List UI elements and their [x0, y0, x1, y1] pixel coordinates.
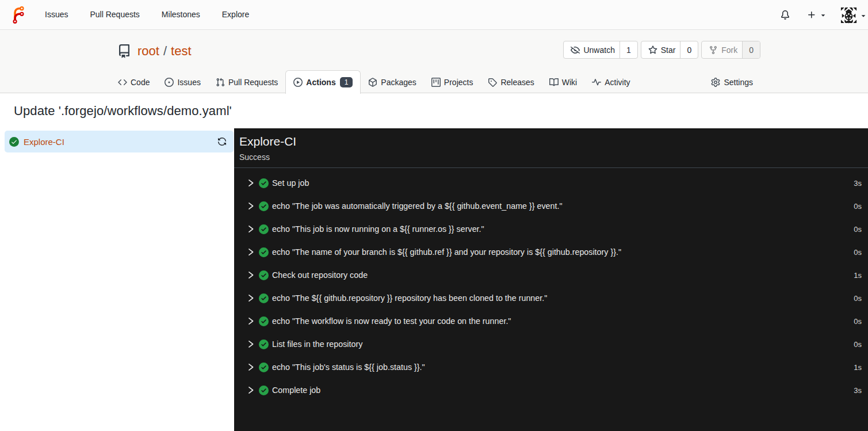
issue-opened-icon: [165, 78, 174, 87]
step-success-check-icon: [259, 293, 269, 303]
step-name: echo "The job was automatically triggere…: [272, 201, 563, 211]
step-row[interactable]: Complete job 3s: [234, 379, 868, 402]
tab-code[interactable]: Code: [110, 70, 157, 94]
step-name: List files in the repository: [272, 340, 362, 349]
step-row[interactable]: echo "This job's status is ${{ job.statu…: [234, 356, 868, 379]
step-row[interactable]: Set up job 3s: [234, 171, 868, 194]
step-duration: 1s: [854, 271, 862, 280]
eye-slash-icon: [571, 45, 580, 55]
star-icon: [648, 45, 657, 55]
watchers-count[interactable]: 1: [620, 41, 637, 58]
forgejo-logo-icon[interactable]: [10, 6, 27, 24]
step-name: Check out repository code: [272, 270, 368, 280]
step-row[interactable]: echo "The ${{ github.repository }} repos…: [234, 287, 868, 310]
fork-icon: [709, 45, 718, 55]
step-success-check-icon: [259, 340, 269, 349]
chevron-right-icon[interactable]: [246, 178, 255, 188]
unwatch-button[interactable]: Unwatch 1: [563, 41, 637, 59]
step-success-check-icon: [259, 363, 269, 372]
repo-owner-link[interactable]: root: [137, 44, 159, 59]
chevron-right-icon[interactable]: [246, 316, 255, 326]
chevron-right-icon[interactable]: [246, 201, 255, 211]
package-icon: [368, 78, 377, 87]
tab-wiki[interactable]: Wiki: [542, 70, 584, 94]
run-title: Update '.forgejo/workflows/demo.yaml': [14, 104, 232, 119]
repo-tab-bar: Code Issues Pull Requests Actions 1 Pack…: [110, 70, 760, 94]
pulse-icon: [592, 78, 601, 87]
tab-issues[interactable]: Issues: [157, 70, 208, 94]
navbar-item-pull-requests[interactable]: Pull Requests: [79, 0, 150, 29]
play-icon: [293, 78, 303, 87]
step-name: echo "The workflow is now ready to test …: [272, 316, 511, 326]
repo-header: root / test Unwatch 1 Star 0: [0, 30, 868, 93]
chevron-right-icon[interactable]: [246, 386, 255, 395]
job-name: Explore-CI: [24, 137, 64, 147]
chevron-right-icon[interactable]: [246, 340, 255, 349]
navbar-item-explore[interactable]: Explore: [211, 0, 260, 29]
chevron-down-icon: [859, 12, 867, 20]
star-label: Star: [661, 45, 676, 55]
step-name: echo "The ${{ github.repository }} repos…: [272, 293, 547, 303]
job-log-panel: Explore-CI Success Set up job 3s echo "T…: [234, 128, 868, 431]
step-row[interactable]: echo "The name of your branch is ${{ git…: [234, 241, 868, 264]
fork-button[interactable]: Fork 0: [701, 41, 760, 59]
step-duration: 0s: [854, 340, 862, 349]
tab-actions[interactable]: Actions 1: [285, 70, 361, 94]
project-icon: [431, 78, 441, 87]
step-duration: 0s: [854, 317, 862, 326]
step-row[interactable]: echo "This job is now running on a ${{ r…: [234, 218, 868, 241]
forks-count[interactable]: 0: [742, 41, 760, 58]
step-success-check-icon: [259, 386, 269, 395]
top-navbar: Issues Pull Requests Milestones Explore: [0, 0, 868, 30]
tab-releases[interactable]: Releases: [480, 70, 541, 94]
tag-icon: [488, 78, 497, 87]
job-list-item[interactable]: Explore-CI: [5, 131, 234, 152]
step-duration: 1s: [854, 363, 862, 372]
stars-count[interactable]: 0: [680, 41, 698, 58]
user-menu-dropdown[interactable]: [840, 7, 867, 24]
unwatch-label: Unwatch: [583, 45, 614, 55]
chevron-right-icon[interactable]: [246, 270, 255, 280]
gear-icon: [711, 78, 720, 87]
actions-run-view: Update '.forgejo/workflows/demo.yaml' Ex…: [0, 94, 868, 431]
tab-activity[interactable]: Activity: [584, 70, 637, 94]
tab-packages[interactable]: Packages: [361, 70, 423, 94]
job-success-check-icon: [9, 137, 19, 147]
step-success-check-icon: [259, 178, 269, 188]
step-success-check-icon: [259, 316, 269, 326]
step-name: Set up job: [272, 178, 309, 188]
job-status-text: Success: [239, 152, 861, 162]
user-avatar[interactable]: [840, 7, 857, 24]
step-row[interactable]: echo "The job was automatically triggere…: [234, 194, 868, 218]
step-row[interactable]: echo "The workflow is now ready to test …: [234, 310, 868, 333]
chevron-right-icon[interactable]: [246, 247, 255, 257]
tab-projects[interactable]: Projects: [424, 70, 481, 94]
job-log-title: Explore-CI: [239, 135, 861, 148]
tab-settings[interactable]: Settings: [703, 70, 760, 94]
book-icon: [549, 78, 559, 87]
chevron-right-icon[interactable]: [246, 363, 255, 372]
step-duration: 3s: [854, 386, 862, 395]
step-name: echo "The name of your branch is ${{ git…: [272, 247, 621, 257]
star-button[interactable]: Star 0: [641, 41, 698, 59]
step-success-check-icon: [259, 224, 269, 234]
job-log-header: Explore-CI Success: [234, 128, 868, 168]
step-duration: 3s: [854, 179, 862, 188]
navbar-item-issues[interactable]: Issues: [34, 0, 79, 29]
step-name: Complete job: [272, 386, 320, 395]
chevron-right-icon[interactable]: [246, 224, 255, 234]
chevron-right-icon[interactable]: [246, 293, 255, 303]
notifications-bell-icon[interactable]: [781, 10, 790, 20]
tab-pull-requests[interactable]: Pull Requests: [208, 70, 285, 94]
navbar-links: Issues Pull Requests Milestones Explore: [34, 0, 260, 29]
navbar-item-milestones[interactable]: Milestones: [151, 0, 211, 29]
step-row[interactable]: Check out repository code 1s: [234, 264, 868, 287]
repo-title-row: root / test: [117, 44, 192, 59]
step-row[interactable]: List files in the repository 0s: [234, 333, 868, 356]
code-icon: [118, 78, 127, 87]
steps-list: Set up job 3s echo "The job was automati…: [234, 168, 868, 402]
step-name: echo "This job's status is ${{ job.statu…: [272, 363, 425, 372]
repo-name-link[interactable]: test: [171, 44, 191, 59]
rerun-job-icon[interactable]: [217, 137, 227, 146]
create-new-dropdown[interactable]: [807, 10, 827, 20]
